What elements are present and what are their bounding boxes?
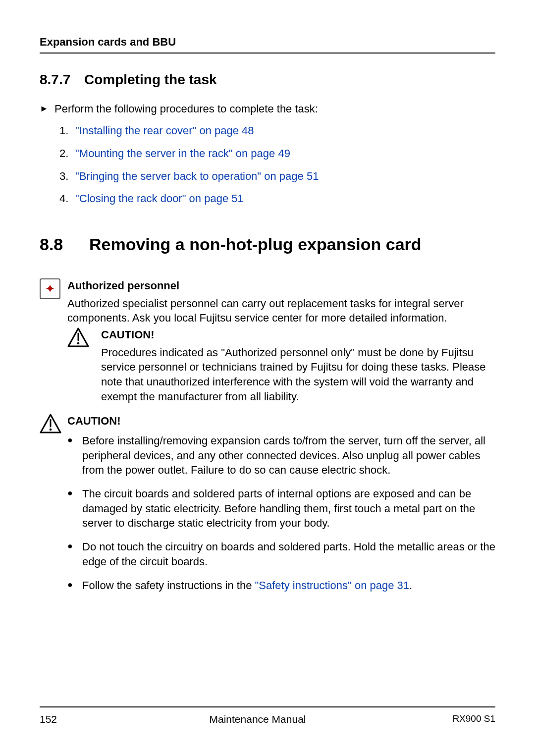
caution-icon bbox=[67, 327, 101, 347]
authorized-icon-col: ✦ bbox=[40, 278, 67, 404]
list-number: 2. bbox=[59, 146, 75, 161]
authorized-personnel-icon: ✦ bbox=[40, 278, 60, 299]
running-header: Expansion cards and BBU bbox=[40, 35, 495, 50]
heading-88-title: Removing a non-hot-plug expansion card bbox=[89, 233, 422, 256]
caution2-b4-prefix: Follow the safety instructions in the bbox=[82, 579, 255, 592]
caution2-bullet: ● The circuit boards and soldered parts … bbox=[67, 486, 495, 531]
procedure-link-1: 1. "Installing the rear cover" on page 4… bbox=[59, 123, 495, 138]
caution1-body: CAUTION! Procedures indicated as "Author… bbox=[101, 327, 495, 404]
procedure-link-3: 3. "Bringing the server back to operatio… bbox=[59, 169, 495, 184]
caution2-b2-text: The circuit boards and soldered parts of… bbox=[82, 486, 495, 531]
footer-model: RX900 S1 bbox=[416, 712, 495, 726]
caution1-text: Procedures indicated as "Authorized pers… bbox=[101, 345, 495, 404]
arrow-icon: ► bbox=[40, 102, 54, 116]
xref-link[interactable]: "Installing the rear cover" on page 48 bbox=[75, 123, 254, 138]
caution2-bullet: ● Follow the safety instructions in the … bbox=[67, 578, 495, 593]
caution2-b4-wrap: Follow the safety instructions in the "S… bbox=[82, 578, 412, 593]
list-number: 1. bbox=[59, 123, 75, 138]
document-page: Expansion cards and BBU 8.7.7 Completing… bbox=[0, 0, 535, 756]
heading-88-number: 8.8 bbox=[40, 233, 89, 256]
xref-link[interactable]: "Bringing the server back to operation" … bbox=[75, 169, 319, 184]
caution2-body: CAUTION! ● Before installing/removing ex… bbox=[67, 414, 495, 601]
bullet-icon: ● bbox=[67, 486, 82, 531]
page-footer: 152 Maintenance Manual RX900 S1 bbox=[40, 706, 495, 726]
xref-link[interactable]: "Closing the rack door" on page 51 bbox=[75, 191, 244, 206]
caution2-bullet: ● Do not touch the circuitry on boards a… bbox=[67, 540, 495, 569]
caution2-b4-suffix: . bbox=[409, 579, 412, 592]
bullet-icon: ● bbox=[67, 433, 82, 478]
xref-link[interactable]: "Mounting the server in the rack" on pag… bbox=[75, 146, 290, 161]
caution2-title: CAUTION! bbox=[67, 414, 495, 429]
procedure-intro-text: Perform the following procedures to comp… bbox=[54, 102, 318, 116]
caution-icon bbox=[40, 414, 67, 433]
authorized-personnel-block: ✦ Authorized personnel Authorized specia… bbox=[40, 278, 495, 404]
footer-doc-title: Maintenance Manual bbox=[99, 712, 416, 726]
header-rule bbox=[40, 53, 495, 54]
caution-block-1: CAUTION! Procedures indicated as "Author… bbox=[67, 327, 495, 404]
caution1-title: CAUTION! bbox=[101, 327, 495, 342]
heading-877-number: 8.7.7 bbox=[40, 70, 84, 89]
heading-88: 8.8 Removing a non-hot-plug expansion ca… bbox=[40, 233, 495, 256]
caution2-b3-text: Do not touch the circuitry on boards and… bbox=[82, 540, 495, 569]
authorized-title: Authorized personnel bbox=[67, 278, 495, 293]
caution-icon-col bbox=[40, 414, 67, 601]
authorized-body: Authorized personnel Authorized speciali… bbox=[67, 278, 495, 404]
list-number: 3. bbox=[59, 169, 75, 184]
caution2-bullet: ● Before installing/removing expansion c… bbox=[67, 433, 495, 478]
caution2-bullet-list: ● Before installing/removing expansion c… bbox=[67, 433, 495, 593]
bullet-icon: ● bbox=[67, 578, 82, 593]
xref-link[interactable]: "Safety instructions" on page 31 bbox=[255, 579, 410, 592]
svg-point-5 bbox=[50, 429, 52, 431]
authorized-text: Authorized specialist personnel can carr… bbox=[67, 296, 495, 325]
svg-point-2 bbox=[77, 342, 80, 345]
procedure-link-list: 1. "Installing the rear cover" on page 4… bbox=[59, 123, 495, 206]
heading-877: 8.7.7 Completing the task bbox=[40, 70, 495, 89]
caution-block-2: CAUTION! ● Before installing/removing ex… bbox=[40, 414, 495, 601]
page-number: 152 bbox=[40, 712, 99, 726]
procedure-link-4: 4. "Closing the rack door" on page 51 bbox=[59, 191, 495, 206]
procedure-link-2: 2. "Mounting the server in the rack" on … bbox=[59, 146, 495, 161]
footer-rule bbox=[40, 706, 495, 707]
footer-row: 152 Maintenance Manual RX900 S1 bbox=[40, 712, 495, 726]
bullet-icon: ● bbox=[67, 540, 82, 569]
caution-icon-col bbox=[67, 327, 101, 404]
procedure-intro: ► Perform the following procedures to co… bbox=[40, 102, 495, 116]
heading-877-title: Completing the task bbox=[84, 70, 217, 89]
caution2-b1-text: Before installing/removing expansion car… bbox=[82, 433, 495, 478]
list-number: 4. bbox=[59, 191, 75, 206]
